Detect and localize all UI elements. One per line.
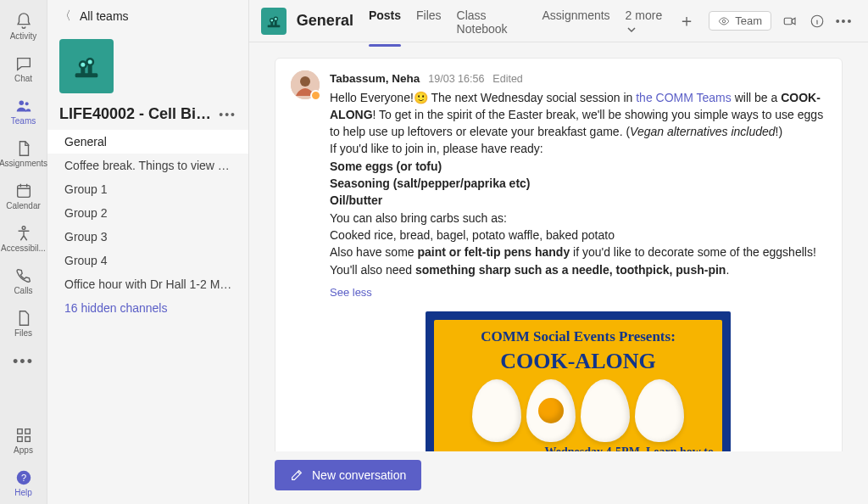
svg-point-28: [300, 76, 310, 87]
rail-chat[interactable]: Chat: [0, 48, 47, 90]
txt: If you'd like to join in, please have re…: [330, 142, 543, 155]
rail-teams[interactable]: Teams: [0, 90, 47, 132]
rail-label: Help: [14, 488, 32, 497]
txt: You can also bring carbs such as:: [330, 211, 507, 225]
header-tabs: Posts Files Class Notebook Assignments 2…: [369, 0, 665, 46]
team-name[interactable]: LIFE40002 - Cell Biolog…: [59, 105, 219, 123]
svg-rect-4: [17, 429, 22, 434]
app-rail: Activity Chat Teams Assignments Calendar…: [0, 0, 47, 504]
hidden-channels-link[interactable]: 16 hidden channels: [47, 296, 248, 320]
post-attachment-image[interactable]: COMM Social Events Presents: COOK-ALONG …: [426, 311, 731, 451]
svg-text:?: ?: [20, 473, 25, 483]
posts-feed[interactable]: Tabassum, Neha 19/03 16:56 Edited Hello …: [249, 42, 868, 451]
chevron-down-icon: [627, 25, 636, 34]
channel-title: General: [297, 12, 353, 30]
post-timestamp: 19/03 16:56: [428, 71, 484, 87]
teams-icon: [14, 97, 33, 115]
team-visibility-pill[interactable]: Team: [709, 11, 771, 31]
egg-icon: [635, 379, 684, 442]
chevron-left-icon: 〈: [59, 8, 71, 24]
teams-sidebar: 〈 All teams LIFE40002 - Cell Biolog… •••…: [47, 0, 249, 504]
svg-rect-19: [275, 20, 277, 25]
post-author[interactable]: Tabassum, Neha: [330, 70, 420, 87]
egg-icon: [472, 379, 521, 442]
channel-item[interactable]: Group 4: [47, 249, 248, 272]
eggs-graphic: [472, 379, 684, 442]
rail-label: Teams: [11, 116, 36, 126]
rail-more[interactable]: •••: [13, 344, 34, 378]
rail-calls[interactable]: Calls: [0, 260, 47, 302]
svg-point-24: [722, 20, 726, 23]
tab-class-notebook[interactable]: Class Notebook: [457, 0, 527, 46]
post: Tabassum, Neha 19/03 16:56 Edited Hello …: [275, 58, 843, 451]
all-teams-link[interactable]: 〈 All teams: [47, 0, 248, 32]
rail-apps[interactable]: Apps: [0, 419, 47, 462]
rail-label: Calendar: [6, 201, 41, 210]
channel-item[interactable]: Group 2: [47, 201, 248, 225]
compose-area: New conversation: [249, 451, 868, 504]
channel-item[interactable]: Group 3: [47, 225, 248, 249]
svg-point-3: [22, 227, 25, 230]
chat-icon: [14, 54, 33, 73]
apps-icon: [14, 426, 33, 445]
post-edited-badge: Edited: [492, 71, 522, 87]
rail-label: Files: [14, 328, 32, 338]
txt: Wednesday 4-5PM. Learn how to: [442, 445, 714, 451]
txt: The next Wednesday social session in: [428, 91, 636, 104]
tab-posts[interactable]: Posts: [369, 0, 401, 46]
banner-footer: Wednesday 4-5PM. Learn how to make the b…: [434, 445, 722, 451]
txt: Hello Everyone!: [330, 91, 414, 104]
banner-subtitle: COOK-ALONG: [500, 345, 655, 378]
channel-avatar: [261, 8, 287, 35]
rail-label: Assignments: [0, 159, 47, 168]
calendar-icon: [14, 182, 33, 200]
rail-assignments[interactable]: Assignments: [0, 132, 47, 175]
more-icon[interactable]: •••: [836, 13, 853, 30]
channel-item[interactable]: Group 1: [47, 177, 248, 201]
author-avatar[interactable]: [291, 70, 320, 99]
new-conversation-button[interactable]: New conversation: [275, 460, 421, 490]
add-tab-button[interactable]: ＋: [675, 9, 698, 32]
team-more-icon[interactable]: •••: [219, 108, 236, 121]
team-card: [47, 32, 248, 95]
channel-item[interactable]: Office hour with Dr Hall 1-2 Mon, Tue…: [47, 272, 248, 296]
txt: paint or felt-tip pens handy: [418, 245, 570, 259]
see-less-link[interactable]: See less: [330, 285, 372, 301]
banner-graphic: COMM Social Events Presents: COOK-ALONG …: [434, 320, 722, 451]
eye-icon: [718, 15, 730, 27]
channel-list: General Coffee break. Things to view and…: [47, 130, 248, 320]
svg-point-22: [270, 19, 273, 21]
team-pill-label: Team: [735, 14, 762, 27]
channel-header: General Posts Files Class Notebook Assig…: [249, 0, 868, 42]
rail-activity[interactable]: Activity: [0, 5, 47, 48]
svg-point-23: [275, 17, 277, 20]
post-body: Tabassum, Neha 19/03 16:56 Edited Hello …: [330, 70, 826, 451]
channel-general[interactable]: General: [47, 130, 248, 154]
compose-icon: [290, 468, 303, 482]
presence-away-icon: [310, 90, 321, 101]
assignments-icon: [14, 139, 33, 158]
txt: .: [726, 263, 729, 277]
tab-assignments[interactable]: Assignments: [542, 0, 609, 46]
rail-calendar[interactable]: Calendar: [0, 175, 47, 217]
banner-title: COMM Social Events Presents:: [481, 327, 676, 348]
comm-teams-link[interactable]: the COMM Teams: [636, 91, 732, 104]
txt: Cooked rice, bread, bagel, potato waffle…: [330, 228, 615, 242]
info-icon[interactable]: [809, 13, 826, 30]
tab-more[interactable]: 2 more: [626, 0, 665, 46]
rail-files[interactable]: Files: [0, 302, 47, 344]
svg-rect-12: [88, 64, 92, 75]
tab-files[interactable]: Files: [416, 0, 442, 46]
rail-accessibility[interactable]: Accessibil...: [0, 217, 47, 260]
rail-label: Chat: [14, 74, 32, 83]
rail-help[interactable]: ? Help: [0, 462, 47, 504]
channel-item[interactable]: Coffee break. Things to view and do, …: [47, 154, 248, 177]
post-text: Hello Everyone!🙂 The next Wednesday soci…: [330, 89, 826, 278]
rail-label: Activity: [10, 31, 37, 41]
meet-button[interactable]: [782, 13, 798, 30]
svg-point-15: [81, 63, 85, 67]
compose-label: New conversation: [312, 468, 406, 482]
txt: Seasoning (salt/pepper/paprika etc): [330, 176, 531, 190]
egg-cracked-icon: [526, 379, 576, 442]
svg-point-1: [25, 102, 28, 105]
